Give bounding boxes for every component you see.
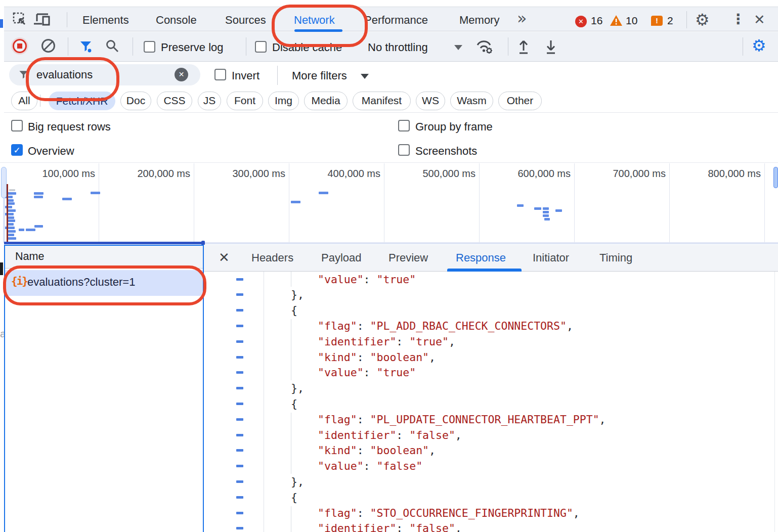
main-tab-sources[interactable]: Sources [225,14,266,27]
code-fold-toggle[interactable] [236,356,243,359]
warning-badge-icon[interactable] [610,15,623,26]
request-name[interactable]: evaluations?cluster=1 [27,276,135,289]
screenshots-label[interactable]: Screenshots [415,145,477,158]
main-tab-memory[interactable]: Memory [459,14,499,27]
code-line: "flag": "PL_ADD_RBAC_CHECK_CONNECTORS", [318,318,573,334]
code-fold-toggle[interactable] [236,371,243,374]
overview-checkbox[interactable]: ✓ [11,144,23,156]
network-conditions-icon[interactable] [474,38,495,56]
error-count[interactable]: 16 [591,15,602,27]
close-details-icon[interactable]: ✕ [219,251,230,264]
code-fold-toggle[interactable] [236,512,243,514]
code-fold-toggle[interactable] [236,403,243,405]
code-line: "kind": "boolean", [318,442,436,458]
code-fold-toggle[interactable] [236,480,243,483]
group-by-frame-label[interactable]: Group by frame [415,120,493,134]
request-row[interactable]: {i} evaluations?cluster=1 [5,270,203,296]
error-badge-icon[interactable]: ✕ [575,16,587,27]
code-fold-toggle[interactable] [236,340,243,343]
import-har-icon[interactable] [516,38,531,55]
code-fold-toggle[interactable] [236,309,243,312]
overview-selection-line[interactable] [4,242,202,244]
filter-input-value[interactable]: evaluations [36,68,93,81]
more-filters-caret-icon[interactable] [361,74,369,79]
toolbar-divider [743,37,743,56]
main-tab-elements[interactable]: Elements [82,14,129,27]
settings-gear-icon[interactable]: ⚙ [695,12,710,28]
record-network-log-icon[interactable] [13,39,27,53]
preserve-log-label[interactable]: Preserve log [161,41,224,54]
big-request-rows-checkbox[interactable] [11,120,23,131]
code-fold-toggle[interactable] [236,527,243,529]
preserve-log-checkbox[interactable] [144,41,155,53]
chip-fetch-xhr[interactable]: Fetch/XHR [49,92,115,110]
code-fold-toggle[interactable] [236,496,243,499]
network-toolbar: Preserve log Disable cache No throttling [4,32,778,62]
code-line: "identifier": "false", [318,427,462,443]
search-icon[interactable] [105,39,119,53]
chip-js[interactable]: JS [198,92,221,110]
chip-all[interactable]: All [11,92,37,110]
main-tab-console[interactable]: Console [156,14,197,27]
screenshots-checkbox[interactable] [398,144,410,156]
code-fold-toggle[interactable] [236,278,243,281]
overview-load-marker [7,184,8,243]
overview-tick-label: 100,000 ms [19,168,95,180]
network-settings-gear-icon[interactable]: ⚙ [752,37,766,54]
filter-input[interactable]: evaluations ✕ [9,64,200,85]
code-fold-toggle[interactable] [236,293,243,296]
filter-clear-icon[interactable]: ✕ [175,68,188,81]
chip-other[interactable]: Other [498,92,542,110]
code-fold-toggle[interactable] [236,449,243,452]
overview-request-bar [4,227,15,229]
big-request-rows-label[interactable]: Big request rows [28,120,111,134]
invert-checkbox[interactable] [214,69,226,80]
main-tab-performance[interactable]: Performance [364,14,428,27]
chip-css[interactable]: CSS [157,92,192,110]
chip-wasm[interactable]: Wasm [450,92,493,110]
requests-header[interactable]: Name [5,246,203,269]
group-by-frame-checkbox[interactable] [398,120,410,131]
code-fold-toggle[interactable] [236,434,243,436]
chip-img[interactable]: Img [268,92,299,110]
details-tab-payload[interactable]: Payload [321,251,362,264]
filter-icon[interactable] [79,39,93,54]
details-tab-initiator[interactable]: Initiator [533,251,569,264]
details-tab-headers[interactable]: Headers [251,251,293,264]
code-fold-toggle[interactable] [236,418,243,421]
details-tab-response[interactable]: Response [456,251,506,264]
chip-doc[interactable]: Doc [120,92,151,110]
more-filters-dropdown[interactable]: More filters [292,69,347,82]
overview-timeline[interactable]: 100,000 ms200,000 ms300,000 ms400,000 ms… [0,162,778,244]
warning-count[interactable]: 10 [626,15,637,27]
code-fold-toggle[interactable] [236,465,243,467]
disable-cache-label[interactable]: Disable cache [272,41,342,54]
name-column-header[interactable]: Name [15,250,44,263]
chip-ws[interactable]: WS [416,92,445,110]
code-fold-toggle[interactable] [236,387,243,389]
overview-request-bar [19,229,24,231]
overview-right-grip[interactable] [773,167,778,188]
chip-media[interactable]: Media [304,92,348,110]
main-tab-network[interactable]: Network [294,14,335,27]
details-tab-timing[interactable]: Timing [599,251,632,264]
chip-font[interactable]: Font [227,92,263,110]
issue-count[interactable]: 2 [667,15,673,27]
chip-manifest[interactable]: Manifest [353,92,411,110]
toolbar-divider [133,37,133,56]
throttling-caret-icon[interactable] [454,45,462,50]
clear-network-log-icon[interactable] [41,39,55,53]
details-tab-preview[interactable]: Preview [388,251,428,264]
kebab-menu-icon[interactable]: ⋮ [731,12,745,26]
overview-label[interactable]: Overview [28,145,74,158]
overview-left-grip[interactable] [1,167,7,198]
throttling-select[interactable]: No throttling [368,41,428,54]
disable-cache-checkbox[interactable] [255,41,267,53]
code-fold-toggle[interactable] [236,325,243,327]
invert-label[interactable]: Invert [232,69,260,82]
more-tabs-icon[interactable]: » [517,10,527,26]
export-har-icon[interactable] [543,38,558,55]
close-devtools-icon[interactable]: ✕ [754,13,765,26]
issues-badge-icon[interactable]: ! [651,16,663,26]
overview-request-bar [543,211,549,213]
